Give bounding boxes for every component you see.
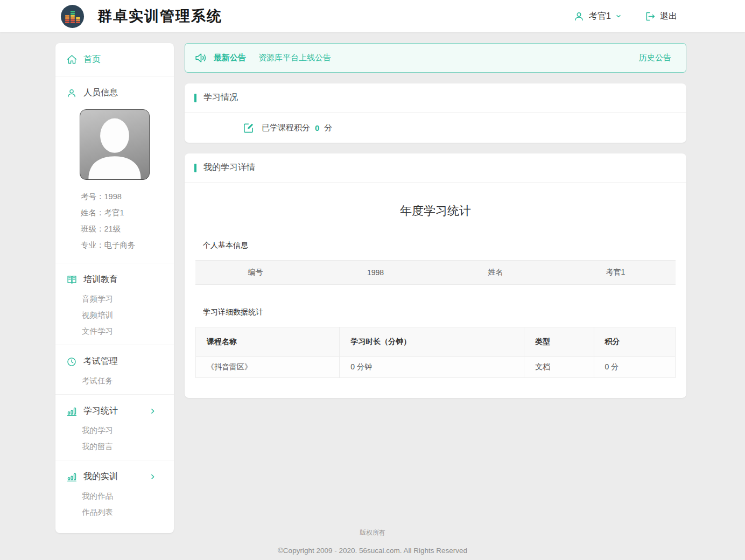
- sidebar-item-training[interactable]: 培训教育: [55, 269, 174, 291]
- sidebar-item-my-messages[interactable]: 我的留言: [55, 438, 174, 454]
- avatar: [80, 109, 150, 180]
- sidebar-item-study-stats[interactable]: 学习统计: [55, 400, 174, 422]
- announcement-link[interactable]: 资源库平台上线公告: [258, 53, 331, 63]
- study-status-title: 学习情况: [203, 92, 238, 103]
- logout-button[interactable]: 退出: [644, 11, 677, 22]
- sidebar-exam-label: 考试管理: [83, 356, 118, 367]
- profile-major: 专业：电子商务: [81, 237, 174, 253]
- study-detail-panel: 我的学习详情 年度学习统计 个人基本信息 编号 1998 姓名 考官1 学习详细…: [185, 153, 686, 398]
- book-icon: [66, 274, 79, 285]
- sidebar-training-label: 培训教育: [83, 274, 118, 285]
- sidebar-item-profile[interactable]: 人员信息: [55, 82, 174, 104]
- footer-rights: 版权所有: [0, 528, 745, 537]
- basic-info-label: 个人基本信息: [203, 241, 676, 250]
- table-row: 《抖音雷区》 0 分钟 文档 0 分: [196, 357, 676, 378]
- cell-duration: 0 分钟: [340, 357, 524, 378]
- home-icon: [66, 54, 79, 65]
- study-detail-title: 我的学习详情: [203, 162, 255, 173]
- table-header-score: 积分: [594, 327, 675, 357]
- sidebar-item-home[interactable]: 首页: [55, 48, 174, 71]
- sidebar-item-works-list[interactable]: 作品列表: [55, 504, 174, 520]
- sidebar-item-audio-study[interactable]: 音频学习: [55, 291, 174, 307]
- sidebar-item-my-works[interactable]: 我的作品: [55, 488, 174, 504]
- sidebar-item-file-study[interactable]: 文件学习: [55, 323, 174, 339]
- sidebar-item-video-training[interactable]: 视频培训: [55, 307, 174, 323]
- profile-name: 姓名：考官1: [81, 205, 174, 221]
- bar-chart-icon: [66, 471, 79, 482]
- clock-icon: [66, 356, 79, 367]
- table-header-type: 类型: [524, 327, 594, 357]
- score-label: 已学课程积分: [262, 123, 310, 133]
- sidebar-item-my-study[interactable]: 我的学习: [55, 422, 174, 438]
- logout-icon: [644, 11, 656, 22]
- table-header-course-name: 课程名称: [196, 327, 340, 357]
- sidebar-group-exam: 考试管理 考试任务: [55, 345, 174, 395]
- sidebar-home-label: 首页: [83, 54, 101, 65]
- user-icon: [573, 11, 585, 22]
- basic-info-cell: 编号: [195, 268, 315, 277]
- sidebar-profile-section: 人员信息 考号：1998 姓名：考官1 班级：21级 专业：电子商务: [55, 76, 174, 263]
- app-title: 群卓实训管理系统: [97, 6, 222, 26]
- score-value: 0: [315, 123, 319, 132]
- chevron-right-icon: [149, 408, 162, 415]
- sidebar-profile-label: 人员信息: [83, 87, 118, 99]
- footer-copyright: ©Copyright 2009 - 2020. 56sucai.com. All…: [0, 547, 745, 555]
- sidebar-group-my-practice: 我的实训 我的作品 作品列表: [55, 460, 174, 526]
- user-name: 考官1: [589, 11, 611, 22]
- profile-exam-no: 考号：1998: [81, 188, 174, 205]
- sidebar-item-exam-management[interactable]: 考试管理: [55, 351, 174, 373]
- sidebar-group-training: 培训教育 音频学习 视频培训 文件学习: [55, 263, 174, 345]
- main-content: 最新公告 资源库平台上线公告 历史公告 学习情况 已学课程积分 0 分: [185, 43, 686, 409]
- basic-info-cell: 考官1: [556, 268, 676, 277]
- study-detail-table: 课程名称 学习时长（分钟） 类型 积分 《抖音雷区》 0 分钟 文档 0 分: [195, 327, 676, 378]
- basic-info-cell: 姓名: [435, 268, 556, 277]
- detail-stats-label: 学习详细数据统计: [203, 307, 676, 317]
- accent-bar: [194, 164, 196, 172]
- score-unit: 分: [324, 123, 332, 133]
- sidebar-study-stats-label: 学习统计: [83, 405, 118, 417]
- cell-course-name: 《抖音雷区》: [196, 357, 340, 378]
- sidebar: 首页 人员信息 考号：1998 姓: [55, 43, 174, 533]
- top-header: 群卓实训管理系统 考官1 退出: [0, 0, 745, 32]
- announcement-latest-label: 最新公告: [214, 53, 246, 63]
- app-logo-icon: [61, 5, 84, 28]
- sidebar-item-my-practice[interactable]: 我的实训: [55, 466, 174, 488]
- basic-info-cell: 1998: [315, 268, 435, 277]
- annual-stats-title: 年度学习统计: [195, 203, 676, 219]
- accent-bar: [194, 94, 196, 102]
- table-header-duration: 学习时长（分钟）: [340, 327, 524, 357]
- study-status-panel: 学习情况 已学课程积分 0 分: [185, 83, 686, 143]
- edit-icon: [242, 122, 255, 134]
- person-icon: [66, 88, 79, 99]
- page-footer: 版权所有 ©Copyright 2009 - 2020. 56sucai.com…: [0, 528, 745, 555]
- cell-score: 0 分: [594, 357, 675, 378]
- bar-chart-icon: [66, 405, 79, 417]
- announcement-bar: 最新公告 资源库平台上线公告 历史公告: [185, 43, 686, 73]
- sidebar-my-practice-label: 我的实训: [83, 471, 118, 482]
- basic-info-row: 编号 1998 姓名 考官1: [195, 260, 676, 285]
- sidebar-group-study-stats: 学习统计 我的学习 我的留言: [55, 395, 174, 460]
- history-announcements-link[interactable]: 历史公告: [639, 53, 671, 63]
- logout-label: 退出: [660, 11, 677, 22]
- cell-type: 文档: [524, 357, 594, 378]
- profile-class: 班级：21级: [81, 221, 174, 237]
- chevron-down-icon: [615, 13, 622, 19]
- chevron-right-icon: [149, 473, 162, 480]
- sidebar-item-exam-task[interactable]: 考试任务: [55, 373, 174, 389]
- speaker-icon: [194, 51, 208, 65]
- user-menu[interactable]: 考官1: [573, 11, 622, 22]
